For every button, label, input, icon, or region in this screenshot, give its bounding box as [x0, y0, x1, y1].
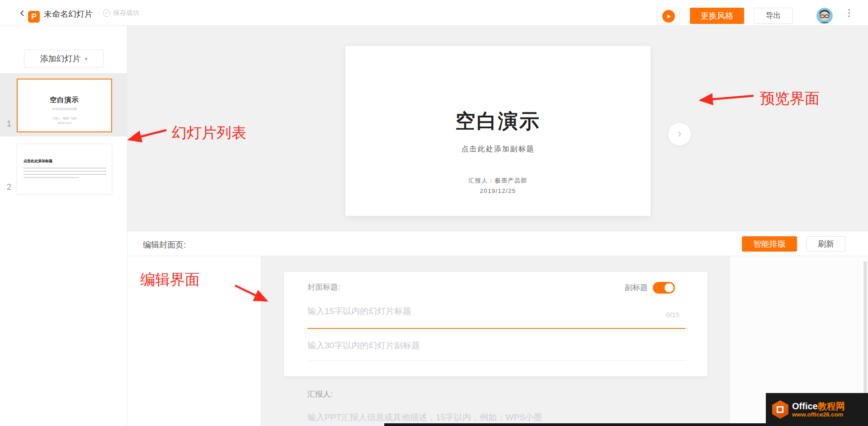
thumb1-date: 2019/12/25	[18, 122, 111, 124]
thumb1-subtitle: 点击此处添加副标题	[18, 107, 111, 111]
avatar[interactable]	[816, 8, 833, 24]
thumb2-text-line	[24, 177, 79, 178]
subtitle-toggle-on[interactable]	[653, 282, 675, 294]
slide-thumbnail-2[interactable]: 点击此处添加标题	[17, 144, 112, 195]
thumb2-title: 点击此处添加标题	[24, 159, 52, 164]
watermark-url: www.office26.com	[792, 411, 845, 418]
chevron-down-icon: ▾	[85, 56, 87, 62]
save-status-label: 保存成功	[113, 9, 139, 17]
slide-list-sidebar: 添加幻灯片 ▾ 1 空白演示 点击此处添加副标题 汇报人：极墨产品部 2019/…	[0, 26, 127, 426]
thumb2-text-line	[24, 168, 106, 169]
toggle-knob	[665, 283, 674, 292]
smart-layout-button[interactable]: 智能排版	[742, 236, 797, 252]
thumb2-text-line	[24, 174, 106, 175]
more-menu-icon[interactable]: ⋮	[844, 7, 854, 19]
app-logo: P	[28, 11, 40, 23]
annotation-edit: 编辑界面	[140, 270, 200, 290]
subtitle-input-underline	[307, 360, 685, 360]
slide-title-input[interactable]	[307, 303, 685, 320]
add-slide-label: 添加幻灯片	[40, 53, 80, 64]
next-slide-button[interactable]: ›	[668, 123, 691, 145]
preview-presenter: 汇报人：极墨产品部	[345, 177, 651, 185]
slide-thumbnail-1[interactable]: 空白演示 点击此处添加副标题 汇报人：极墨产品部 2019/12/25	[17, 79, 112, 132]
thumb1-presenter: 汇报人：极墨产品部	[18, 117, 111, 121]
office-hexagon-icon	[772, 400, 788, 419]
back-icon[interactable]: ‹	[16, 6, 28, 19]
chevron-right-icon: ›	[678, 126, 682, 140]
preview-date: 2019/12/25	[345, 187, 651, 194]
change-style-button[interactable]: 更换风格	[690, 8, 744, 24]
topbar: ‹ P 未命名幻灯片 ✓ 保存成功 ▶ 更换风格 导出 ⋮	[0, 0, 868, 26]
avatar-image	[816, 8, 833, 24]
thumb1-title: 空白演示	[18, 96, 111, 104]
thumb2-text-line	[24, 171, 106, 172]
cover-edit-card: 封面标题: 副标题 0/15	[284, 272, 708, 376]
slide-number: 2	[5, 183, 14, 192]
character-counter: 0/15	[666, 311, 679, 318]
cover-title-label: 封面标题:	[307, 282, 340, 292]
title-input-underline	[307, 328, 685, 329]
slide-subtitle-input[interactable]	[307, 337, 685, 354]
save-status: ✓ 保存成功	[103, 9, 139, 17]
annotation-preview: 预览界面	[760, 89, 820, 109]
subtitle-toggle-label: 副标题	[625, 282, 648, 293]
watermark-name-orange: 教程网	[818, 401, 845, 411]
slide-number: 1	[5, 119, 14, 129]
document-title[interactable]: 未命名幻灯片	[44, 9, 93, 19]
slide-preview[interactable]: 空白演示 点击此处添加副标题 汇报人：极墨产品部 2019/12/25	[345, 46, 651, 216]
preview-slide-subtitle: 点击此处添加副标题	[345, 145, 651, 154]
play-button[interactable]: ▶	[657, 8, 680, 24]
presenter-label: 汇报人:	[307, 389, 333, 399]
play-icon: ▶	[662, 10, 675, 23]
app-window: ‹ P 未命名幻灯片 ✓ 保存成功 ▶ 更换风格 导出 ⋮ 添加幻灯片 ▾	[0, 0, 868, 426]
annotation-slide-list: 幻灯片列表	[172, 123, 246, 143]
watermark-name-white: Office	[792, 401, 818, 411]
preview-slide-title: 空白演示	[345, 108, 651, 135]
check-circle-icon: ✓	[103, 9, 110, 17]
site-watermark: Office教程网 www.office26.com	[766, 393, 868, 426]
edit-section-bar: 编辑封面页: 智能排版 刷新	[127, 231, 868, 256]
add-slide-button[interactable]: 添加幻灯片 ▾	[24, 50, 104, 68]
edit-section-title: 编辑封面页:	[143, 239, 186, 250]
refresh-button[interactable]: 刷新	[807, 236, 845, 252]
export-button[interactable]: 导出	[754, 8, 793, 24]
